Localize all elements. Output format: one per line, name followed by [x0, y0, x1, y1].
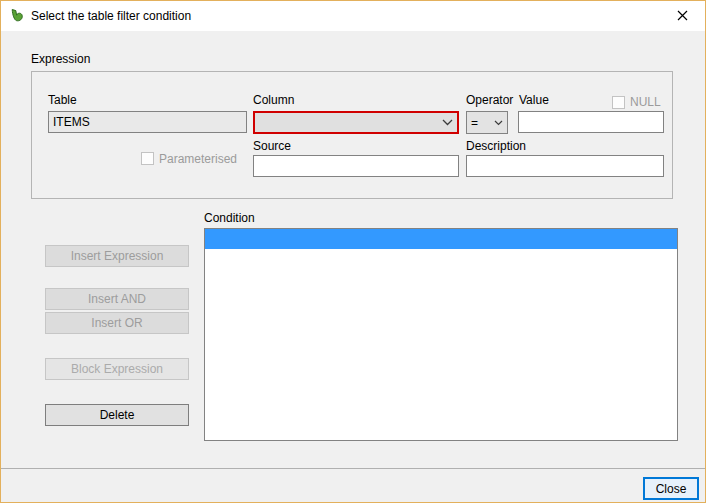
chevron-down-icon [494, 120, 503, 126]
source-field[interactable] [253, 155, 459, 177]
delete-button[interactable]: Delete [45, 404, 189, 426]
condition-list[interactable] [204, 228, 678, 441]
close-button[interactable]: Close [643, 477, 699, 500]
insert-expression-button[interactable]: Insert Expression [45, 245, 189, 267]
block-expression-button[interactable]: Block Expression [45, 358, 189, 380]
condition-label: Condition [204, 211, 255, 225]
insert-or-button[interactable]: Insert OR [45, 312, 189, 334]
column-select[interactable] [253, 111, 459, 134]
source-label: Source [253, 139, 291, 153]
null-checkbox[interactable] [612, 96, 625, 109]
expression-group-label: Expression [31, 52, 90, 66]
insert-and-button[interactable]: Insert AND [45, 288, 189, 310]
value-field[interactable] [518, 111, 664, 133]
null-checkbox-label: NULL [630, 95, 661, 109]
operator-select-value: = [471, 116, 478, 130]
close-window-button[interactable] [660, 1, 705, 30]
value-label: Value [519, 93, 549, 107]
window-title: Select the table filter condition [31, 9, 191, 23]
chevron-down-icon [442, 119, 453, 126]
filter-condition-dialog: Select the table filter condition Expres… [0, 0, 706, 503]
table-label: Table [48, 93, 77, 107]
description-field[interactable] [466, 155, 664, 177]
operator-select[interactable]: = [466, 111, 508, 134]
condition-list-item-selected[interactable] [205, 229, 677, 249]
bottom-separator [1, 468, 705, 469]
table-field[interactable] [48, 111, 247, 133]
close-icon [677, 10, 688, 21]
titlebar: Select the table filter condition [1, 1, 705, 31]
expression-group-box [31, 71, 673, 199]
description-label: Description [466, 139, 526, 153]
column-label: Column [253, 93, 294, 107]
parameterised-checkbox-label: Parameterised [159, 152, 237, 166]
parameterised-checkbox[interactable] [141, 152, 154, 165]
operator-label: Operator [466, 93, 513, 107]
app-icon [9, 8, 25, 24]
